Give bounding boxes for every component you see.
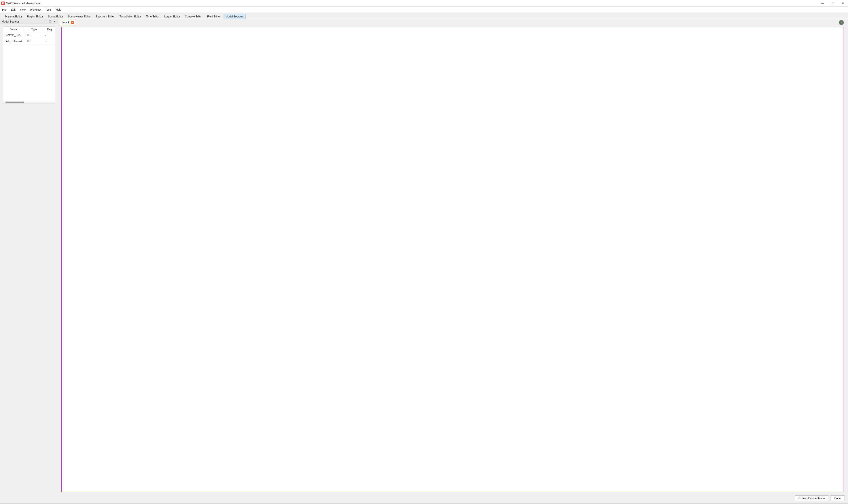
maximize-icon: ☐ <box>832 2 834 5</box>
document-tab-default[interactable]: default ✕ <box>59 20 76 25</box>
tab-tessellation-editor[interactable]: Tessellation Editor <box>117 14 143 19</box>
content-area: Model Sources ❐ ✕ Value Type Reg Scaffol… <box>0 19 848 503</box>
table-header: Value Type Reg <box>3 27 55 32</box>
app-icon <box>1 2 5 5</box>
svg-rect-1 <box>840 22 843 23</box>
table-body: Scaffold_Creato... FILE / Field_Fitter.e… <box>3 32 55 101</box>
menu-tools[interactable]: Tools <box>43 7 54 13</box>
column-header-value[interactable]: Value <box>3 27 24 32</box>
tab-field-editor[interactable]: Field Editor <box>205 14 223 19</box>
column-header-reg[interactable]: Reg <box>44 27 55 32</box>
cell-value[interactable]: Scaffold_Creato... <box>3 32 24 38</box>
tab-spectrum-editor[interactable]: Spectrum Editor <box>93 14 117 19</box>
menu-edit[interactable]: Edit <box>8 7 18 13</box>
canvas-container <box>57 26 848 494</box>
document-tab-close-icon[interactable]: ✕ <box>71 21 74 24</box>
minimize-icon: — <box>821 2 824 5</box>
tab-logger-editor[interactable]: Logger Editor <box>162 14 183 19</box>
tab-scene-editor[interactable]: Scene Editor <box>46 14 66 19</box>
menu-view[interactable]: View <box>18 7 28 13</box>
viewport-canvas[interactable] <box>61 27 844 492</box>
app-window: MAPClient - cell_density_map — ☐ ✕ File … <box>0 0 848 504</box>
window-title: MAPClient - cell_density_map <box>6 2 41 5</box>
window-bottom-edge <box>0 503 848 504</box>
tab-material-editor[interactable]: Material Editor <box>3 14 24 19</box>
tab-time-editor[interactable]: Time Editor <box>143 14 162 19</box>
cell-type[interactable]: FILE <box>24 32 44 38</box>
close-icon: ✕ <box>842 2 844 5</box>
online-documentation-button[interactable]: Online Documentation <box>795 496 829 501</box>
window-controls: — ☐ ✕ <box>817 0 848 6</box>
tab-sceneviewer-editor[interactable]: Sceneviewer Editor <box>66 14 93 19</box>
menu-workflow[interactable]: Workflow <box>28 7 43 13</box>
plus-icon <box>840 21 843 24</box>
model-sources-table: Value Type Reg Scaffold_Creato... FILE /… <box>3 26 55 104</box>
footer-bar: Online Documentation Done <box>57 494 848 503</box>
panel-float-button[interactable]: ❐ <box>48 20 52 23</box>
horizontal-scrollbar[interactable] <box>3 101 55 104</box>
cell-type[interactable]: FILE <box>24 38 44 44</box>
done-button[interactable]: Done <box>831 496 845 501</box>
add-document-button[interactable] <box>839 20 844 25</box>
model-sources-panel: Model Sources ❐ ✕ Value Type Reg Scaffol… <box>0 19 57 503</box>
cell-reg[interactable]: / <box>44 38 55 44</box>
document-tab-label: default <box>61 21 70 24</box>
table-row[interactable]: Field_Fitter.exf FILE / <box>3 38 55 44</box>
menubar: File Edit View Workflow Tools Help <box>0 7 848 13</box>
panel-close-button[interactable]: ✕ <box>52 20 57 23</box>
window-close-button[interactable]: ✕ <box>838 0 848 6</box>
scrollbar-thumb[interactable] <box>5 102 24 103</box>
panel-title: Model Sources <box>2 20 19 23</box>
tab-console-editor[interactable]: Console Editor <box>183 14 205 19</box>
titlebar[interactable]: MAPClient - cell_density_map — ☐ ✕ <box>0 0 848 7</box>
cell-value[interactable]: Field_Fitter.exf <box>3 38 24 44</box>
maximize-button[interactable]: ☐ <box>828 0 838 6</box>
menu-help[interactable]: Help <box>54 7 64 13</box>
table-row[interactable]: Scaffold_Creato... FILE / <box>3 32 55 38</box>
menu-file[interactable]: File <box>0 7 8 13</box>
editor-tabbar: Material Editor Region Editor Scene Edit… <box>0 13 848 19</box>
column-header-type[interactable]: Type <box>24 27 44 32</box>
tab-region-editor[interactable]: Region Editor <box>24 14 46 19</box>
tab-model-sources[interactable]: Model Sources <box>223 14 246 19</box>
main-panel: default ✕ Online Documentation Done <box>57 19 848 503</box>
panel-header[interactable]: Model Sources ❐ ✕ <box>0 19 57 24</box>
cell-reg[interactable]: / <box>44 32 55 38</box>
minimize-button[interactable]: — <box>817 0 828 6</box>
document-tabbar: default ✕ <box>57 19 848 26</box>
